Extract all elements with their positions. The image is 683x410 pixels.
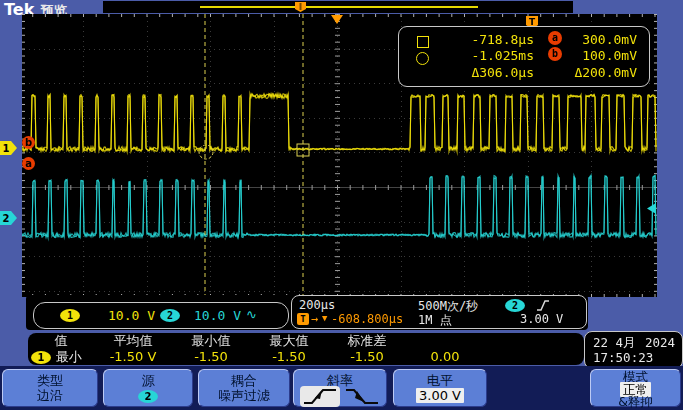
delay-marker: ▼: [322, 313, 327, 323]
channel1-marker: 1: [0, 141, 17, 155]
meas-mean: -1.50: [172, 349, 250, 364]
year-label: 2024: [645, 335, 675, 350]
meas-channel-badge: 1: [31, 351, 51, 364]
cursor-b-level: 100.0mV: [539, 48, 637, 63]
cursor-circle-time: -1.025ms: [434, 48, 534, 63]
cursor-delta-level: Δ200.0mV: [539, 65, 637, 80]
menu-type-value: 边沿: [3, 388, 97, 403]
cursor-a-level: 300.0mV: [539, 32, 637, 47]
cursor-a-marker: a: [22, 157, 35, 170]
menu-coupling-label: 耦合: [199, 373, 289, 388]
oscilloscope-screen: { "header": {"brand": "Tek", "mode": "预览…: [0, 0, 683, 410]
menu-type-button[interactable]: 类型 边沿: [2, 369, 98, 407]
cursor-b-marker: b: [22, 136, 35, 149]
delay-arrow: →: [311, 312, 318, 326]
menu-level-value: 3.00 V: [416, 388, 464, 403]
rising-slope-icon[interactable]: [300, 386, 340, 407]
record-trigger-marker-icon: [294, 1, 307, 13]
meas-header-min: 最小值: [172, 332, 250, 350]
menu-mode-value2: &释抑: [591, 396, 680, 409]
circle-cursor-icon: [416, 52, 429, 65]
time-scale: 200μs: [299, 298, 335, 312]
trigger-slope-icon: [536, 299, 550, 312]
svg-text:T: T: [529, 17, 536, 27]
channel2-coupling-icon: ∿: [246, 307, 257, 322]
meas-std: 0.00: [406, 349, 484, 364]
svg-text:2: 2: [3, 213, 10, 224]
measurement-bar: 值 平均值 最小值 最大值 标准差 1 最小 -1.50 V -1.50 -1.…: [28, 333, 584, 365]
meas-header-max: 最大值: [250, 332, 328, 350]
trigger-t-badge: T: [297, 313, 309, 325]
menu-coupling-button[interactable]: 耦合 噪声过滤: [198, 369, 290, 407]
menu-mode-button[interactable]: 模式 正常 &释抑: [590, 369, 681, 407]
meas-header-mean: 平均值: [94, 332, 172, 350]
cursor-delta-time: Δ306.0μs: [434, 65, 534, 80]
menu-level-button[interactable]: 电平 3.00 V: [393, 369, 487, 407]
delay-value: -608.800μs: [331, 312, 403, 326]
datetime-box: 22 4月 2024 17:50:23: [584, 331, 683, 369]
meas-max: -1.50: [328, 349, 406, 364]
meas-min: -1.50: [250, 349, 328, 364]
cursor-readout-box: -718.8μs -1.025ms Δ306.0μs a b 300.0mV 1…: [398, 26, 650, 87]
falling-slope-icon[interactable]: [344, 386, 380, 407]
horizontal-readout-bar: 200μs 500M次/秒 2 T → ▼ -608.800μs 1M 点 3.…: [291, 295, 587, 329]
trigger-level-arrow-icon: [647, 203, 656, 214]
channel2-marker: 2: [0, 211, 17, 225]
svg-text:1: 1: [3, 143, 10, 154]
menu-source-label: 源: [104, 373, 192, 388]
square-cursor-icon: [417, 36, 429, 48]
menu-coupling-value: 噪声过滤: [199, 388, 289, 403]
time-label: 17:50:23: [593, 350, 653, 365]
trigger-source-badge: 2: [505, 299, 525, 312]
record-view-line: [200, 6, 478, 8]
record-view-bar: [103, 1, 573, 13]
meas-value: -1.50 V: [94, 349, 172, 364]
channel2-scale: 10.0 V: [194, 308, 241, 323]
menu-source-button[interactable]: 源 2: [103, 369, 193, 407]
meas-header-std: 标准差: [328, 332, 406, 350]
channel1-badge: 1: [60, 309, 80, 322]
menu-slope-button[interactable]: 斜率: [293, 369, 387, 407]
channel2-badge: 2: [160, 309, 180, 322]
trigger-level-value: 3.00 V: [520, 312, 563, 326]
record-length: 1M 点: [418, 312, 452, 329]
cursor-square-time: -718.8μs: [434, 32, 534, 47]
meas-name: 最小: [56, 349, 82, 364]
menu-source-badge: 2: [138, 390, 158, 403]
menu-type-label: 类型: [3, 373, 97, 388]
expansion-point-icon: [331, 15, 343, 24]
channel-scale-bar: 1 10.0 V 2 10.0 V ∿: [33, 302, 289, 329]
channel1-scale: 10.0 V: [108, 308, 155, 323]
menu-level-label: 电平: [394, 373, 486, 388]
